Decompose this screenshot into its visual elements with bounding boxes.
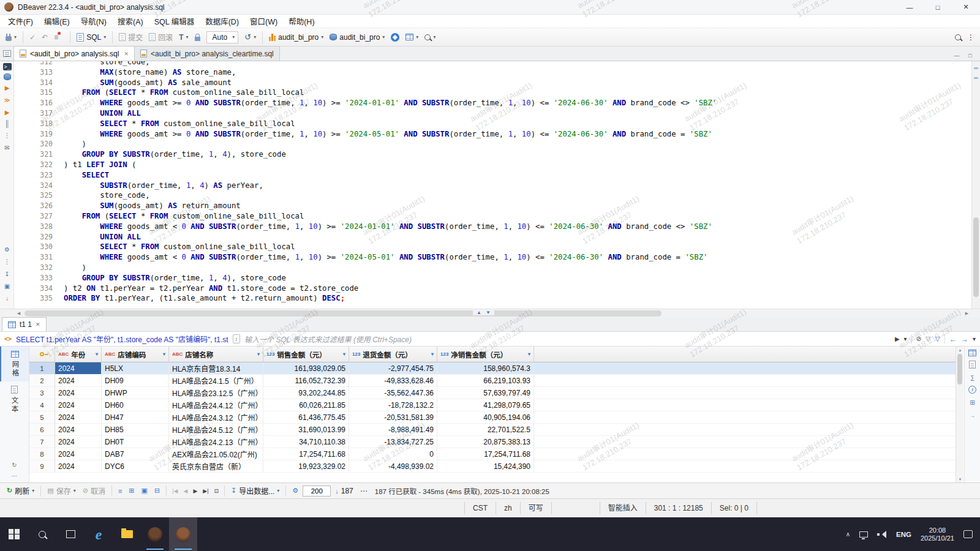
table-cell[interactable]: AEX唯品会21.05.02(广州) (169, 448, 263, 460)
panel-metadata-icon[interactable]: i (968, 386, 976, 394)
export-data-button[interactable]: ↧导出数据...▾ (228, 484, 282, 498)
taskbar-clock[interactable]: 20:08 2025/10/21 (921, 527, 954, 542)
rollback-button[interactable]: 回滚 (146, 30, 175, 45)
save-filter-icon[interactable]: ▽ (935, 335, 940, 343)
table-cell[interactable]: 15,424,390 (437, 460, 534, 473)
table-row[interactable]: 72024DH0THLA唯品会24.2.13（广州）34,710,110.38-… (29, 436, 956, 448)
table-cell[interactable]: 60,026,211.85 (263, 399, 349, 411)
scroll-right-icon[interactable]: ▶ (962, 309, 971, 318)
output-export-icon[interactable]: ↧ (2, 269, 13, 279)
row-number-cell[interactable]: 6 (29, 424, 55, 436)
last-row-button[interactable]: ▶| (201, 484, 210, 498)
table-cell[interactable]: 2024 (55, 411, 102, 424)
table-cell[interactable]: -2,977,454.75 (349, 362, 437, 375)
table-cell[interactable]: 2024 (55, 362, 102, 375)
data-grid[interactable]: ABC年份▾ABC店铺编码▾ABC店铺名称▾123销售金额（元）▾123退货金额… (29, 347, 956, 473)
minimize-editor-button[interactable]: — (952, 51, 962, 61)
maximize-editor-button[interactable]: □ (965, 51, 975, 61)
execute-new-tab-icon[interactable]: ▶ (2, 108, 13, 117)
table-cell[interactable]: DH85 (102, 424, 169, 436)
table-cell[interactable]: 20,875,383.13 (437, 436, 534, 448)
code-line[interactable]: ) (64, 139, 968, 149)
editor-dots-icon[interactable]: ⋮ (2, 257, 13, 266)
table-cell[interactable]: 57,639,797.49 (437, 387, 534, 399)
code-line[interactable]: SUM(goods_amt) AS sale_amount (64, 78, 968, 88)
code-line[interactable]: SELECT (64, 170, 968, 181)
code-line[interactable]: SELECT * FROM custom_online_sale_bill_lo… (64, 119, 968, 129)
table-row[interactable]: 32024DHWPHLA唯品会23.12.5（广州）93,202,244.85-… (29, 387, 956, 399)
table-cell[interactable]: -49,833,628.46 (349, 375, 437, 387)
code-line[interactable]: FROM (SELECT * FROM custom_online_sale_b… (64, 88, 968, 98)
code-line[interactable]: SUM(goods_amt) AS return_amount (64, 201, 968, 211)
new-connection-button[interactable]: ▾ (3, 30, 19, 45)
table-cell[interactable]: 22,701,522.5 (437, 424, 534, 436)
grid-settings-button[interactable]: ⚙ (290, 484, 301, 498)
panel-text-icon[interactable] (969, 361, 976, 369)
menu-item[interactable]: 窗口(W) (244, 15, 283, 28)
menu-item[interactable]: 数据库(D) (200, 15, 244, 28)
row-number-cell[interactable]: 4 (29, 399, 55, 411)
result-view-tab[interactable]: 文本 (0, 381, 29, 418)
result-view-tab[interactable]: 网格 (0, 347, 29, 381)
editor-tab[interactable]: <audit_bi_pro> analysis_cleartime.sql (134, 46, 280, 61)
table-cell[interactable]: 17,254,711.68 (263, 448, 349, 460)
result-tab[interactable]: t1 1 ✕ (2, 317, 47, 331)
table-cell[interactable]: DH60 (102, 399, 169, 411)
table-row[interactable]: 82024DAB7AEX唯品会21.05.02(广州)17,254,711.68… (29, 448, 956, 460)
search-button[interactable]: ▾ (422, 30, 438, 45)
editor-horizontal-scrollbar[interactable]: ◀ ▲ ▼ ▶ (0, 309, 980, 317)
code-line[interactable]: ) (64, 263, 968, 273)
table-cell[interactable]: 2024 (55, 399, 102, 411)
execute-script-icon[interactable]: ≫ (2, 96, 13, 105)
table-cell[interactable]: 2024 (55, 375, 102, 387)
table-cell[interactable]: 2024 (55, 448, 102, 460)
code-line[interactable]: WHERE goods_amt >= 0 AND SUBSTR(order_ti… (64, 129, 968, 140)
taskbar-dbeaver-button[interactable] (169, 517, 197, 551)
quick-search-button[interactable] (952, 30, 963, 45)
filter-history-back-icon[interactable]: ← (949, 335, 957, 343)
edge-button[interactable]: e (85, 517, 113, 551)
delete-row-button[interactable]: ⊟ (152, 484, 162, 498)
code-area[interactable]: store_code, MAX(store_name) AS store_nam… (64, 61, 968, 304)
notification-center-icon[interactable] (963, 530, 973, 538)
table-row[interactable]: 22024DH09HLA唯品会24.1.5（广州）116,052,732.39-… (29, 375, 956, 387)
column-header[interactable]: ABC店铺编码▾ (102, 347, 169, 362)
mail-export-icon[interactable]: ✉ (2, 143, 13, 152)
row-number-cell[interactable]: 2 (29, 375, 55, 387)
panel-refresh-icon[interactable]: ↻ (12, 462, 17, 468)
table-row[interactable]: 12024H5LXHLA京东自营18.3.14161,938,029.05-2,… (29, 362, 956, 375)
column-header[interactable]: ABC店铺名称▾ (169, 347, 263, 362)
column-filter-icon[interactable]: ▾ (92, 351, 98, 357)
new-sql-editor-button[interactable]: SQL▾ (74, 30, 108, 45)
code-line[interactable]: WHERE goods_amt < 0 AND SUBSTR(order_tim… (64, 252, 968, 263)
code-line[interactable]: UNION ALL (64, 108, 968, 119)
table-row[interactable]: 92024DYC6英氏京东自营店（新）19,923,329.02-4,498,9… (29, 460, 956, 473)
scroll-down-icon[interactable]: ▼ (956, 476, 964, 482)
query-history-button[interactable]: ↺▾ (242, 30, 258, 45)
row-number-cell[interactable]: 8 (29, 448, 55, 460)
table-cell[interactable]: 41,298,079.65 (437, 399, 534, 411)
table-cell[interactable]: -20,531,581.39 (349, 411, 437, 424)
save-button[interactable]: ▤保存▾ (45, 484, 78, 498)
table-cell[interactable]: 2024 (55, 387, 102, 399)
fetch-all-button[interactable]: ↓187 (333, 484, 356, 498)
code-line[interactable]: SUBSTR(order_time, 1, 4) AS perYear, (64, 181, 968, 191)
close-tab-icon[interactable]: ✕ (124, 51, 129, 57)
refresh-button[interactable]: ↻刷新▾ (4, 484, 37, 498)
row-number-cell[interactable]: 3 (29, 387, 55, 399)
network-icon[interactable] (859, 531, 868, 538)
table-cell[interactable]: -35,562,447.36 (349, 387, 437, 399)
table-row[interactable]: 62024DH85HLA唯品会24.5.12（广州）31,690,013.99-… (29, 424, 956, 436)
sql-editor[interactable]: >_ ▶ ≫ ▶ ⋮ ✉ ⚙ ⋮ ↧ ▣ ↓ 31231331431531631… (0, 61, 980, 309)
row-number-cell[interactable]: 7 (29, 436, 55, 448)
table-cell[interactable]: 34,710,110.38 (263, 436, 349, 448)
more-actions-button[interactable]: ⋯ (358, 484, 370, 498)
table-cell[interactable]: 2024 (55, 424, 102, 436)
next-row-button[interactable]: ▶ (191, 484, 199, 498)
scrollbar-thumb[interactable] (973, 217, 979, 297)
column-header[interactable]: 123销售金额（元）▾ (263, 347, 349, 362)
schema-select[interactable]: audit_bi_pro▾ (327, 30, 387, 45)
table-cell[interactable]: -4,498,939.02 (349, 460, 437, 473)
filter-history-caret-icon[interactable]: ▾ (973, 335, 976, 342)
table-cell[interactable]: DH47 (102, 411, 169, 424)
